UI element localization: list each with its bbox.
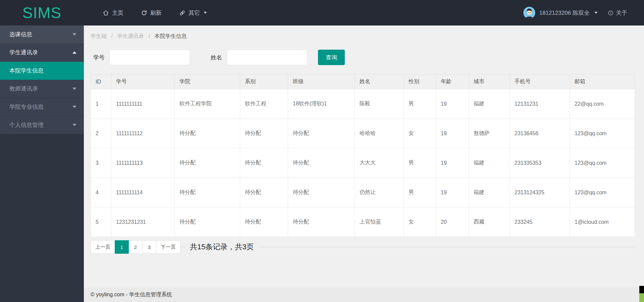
sidebar-item-teacher-contacts[interactable]: 教师通讯录 bbox=[0, 80, 84, 98]
page-button-3[interactable]: 3 bbox=[142, 240, 156, 254]
info-icon bbox=[608, 10, 613, 16]
breadcrumb-separator: / bbox=[149, 33, 150, 39]
table-row: 21111111112待分配待分配待分配哈哈哈女19敖德萨23136456123… bbox=[91, 119, 635, 148]
chevron-down-icon bbox=[204, 12, 207, 14]
table-cell: 仍然让 bbox=[355, 178, 404, 207]
table-cell: 敖德萨 bbox=[469, 119, 510, 148]
column-header: 城市 bbox=[469, 74, 510, 89]
query-button[interactable]: 查询 bbox=[318, 50, 345, 65]
sidebar-item-college-majors[interactable]: 学院专业信息 bbox=[0, 98, 84, 116]
table-cell: 陈毅 bbox=[355, 89, 404, 119]
breadcrumb-student-side[interactable]: 学生端 bbox=[91, 33, 107, 39]
navbar-menu: 主页 刷新 其它 bbox=[103, 9, 207, 17]
table-header-row: ID学号学院系别班级姓名性别年龄城市手机号邮箱 bbox=[91, 74, 635, 89]
page-button-1[interactable]: 1 bbox=[115, 240, 129, 254]
table-cell: 123@qq.com bbox=[570, 119, 635, 148]
table-cell: 待分配 bbox=[240, 119, 288, 148]
table-cell: 1231231231 bbox=[111, 207, 175, 237]
table-cell: 231335353 bbox=[510, 148, 570, 178]
table-cell: 233245 bbox=[510, 207, 570, 237]
chevron-down-icon bbox=[72, 106, 76, 108]
table-cell: 5 bbox=[91, 207, 111, 237]
page-button-上一页[interactable]: 上一页 bbox=[91, 240, 115, 254]
table-cell: 22@qq.com bbox=[570, 89, 635, 119]
page-button-下一页[interactable]: 下一页 bbox=[156, 240, 180, 254]
table-cell: 待分配 bbox=[175, 119, 240, 148]
navbar-right: 1812123206 陈双全 关于 bbox=[523, 7, 644, 19]
sidebar-item-college-students[interactable]: 本院学生信息 bbox=[0, 62, 84, 80]
table-body: 11111111111软件工程学院软件工程18软件(理软)1陈毅男19福建121… bbox=[91, 89, 635, 237]
user-menu[interactable]: 1812123206 陈双全 bbox=[523, 7, 598, 19]
sidebar-item-label: 选课信息 bbox=[9, 31, 32, 38]
table-cell: 1111111112 bbox=[111, 119, 175, 148]
sidebar-item-label: 学院专业信息 bbox=[9, 103, 44, 111]
table-cell: 福建 bbox=[469, 148, 510, 178]
column-header: 性别 bbox=[404, 74, 436, 89]
table-cell: 哈哈哈 bbox=[355, 119, 404, 148]
scrollbar-corner-black bbox=[639, 286, 644, 293]
table-cell: 待分配 bbox=[175, 178, 240, 207]
table-cell: 待分配 bbox=[288, 178, 355, 207]
column-header: ID bbox=[91, 74, 111, 89]
sidebar-item-label: 教师通讯录 bbox=[9, 85, 38, 93]
user-name: 1812123206 陈双全 bbox=[539, 9, 590, 17]
table-cell: 女 bbox=[404, 207, 436, 237]
table-cell: 1 bbox=[91, 89, 111, 119]
top-navbar: SIMS 主页 刷新 其它 bbox=[0, 0, 644, 26]
table-cell: 18软件(理软)1 bbox=[288, 89, 355, 119]
nav-item-about[interactable]: 关于 bbox=[608, 9, 627, 17]
table-cell: 男 bbox=[404, 178, 436, 207]
footer: © yoyling.com - 学生信息管理系统 bbox=[84, 288, 644, 302]
chevron-down-icon bbox=[594, 12, 598, 14]
table-cell: 123@qq.com bbox=[570, 148, 635, 178]
chevron-down-icon bbox=[72, 124, 76, 126]
scrollbar-thumb[interactable] bbox=[639, 293, 644, 302]
column-header: 邮箱 bbox=[570, 74, 635, 89]
table-cell: 待分配 bbox=[240, 207, 288, 237]
table-cell: 1111111114 bbox=[111, 178, 175, 207]
chevron-down-icon bbox=[72, 88, 76, 90]
nav-item-label: 刷新 bbox=[150, 9, 162, 17]
pagination-row: 上一页123下一页 共15条记录，共3页 bbox=[91, 240, 635, 254]
main-content: 学生端 / 学生通讯录 / 本院学生信息 学号 姓名 查询 ID学号学院系别班级… bbox=[84, 26, 644, 302]
table-cell: 1111111111 bbox=[111, 89, 175, 119]
sidebar-item-label: 学生通讯录 bbox=[9, 49, 38, 56]
table-cell: 19 bbox=[436, 148, 469, 178]
scrollbar-corner[interactable] bbox=[639, 286, 644, 302]
table-cell: 3 bbox=[91, 148, 111, 178]
page-button-2[interactable]: 2 bbox=[128, 240, 143, 254]
student-id-label: 学号 bbox=[93, 54, 105, 61]
table-cell: 123@qq.com bbox=[570, 178, 635, 207]
app-logo[interactable]: SIMS bbox=[0, 0, 84, 26]
column-header: 学号 bbox=[111, 74, 175, 89]
column-header: 班级 bbox=[288, 74, 355, 89]
table-cell: 待分配 bbox=[175, 207, 240, 237]
table-cell: 4 bbox=[91, 178, 111, 207]
table-cell: 1@icloud.com bbox=[570, 207, 635, 237]
nav-item-home[interactable]: 主页 bbox=[103, 9, 123, 17]
link-icon bbox=[179, 10, 185, 16]
table-cell: 福建 bbox=[469, 89, 510, 119]
home-icon bbox=[103, 10, 109, 16]
sidebar-item-personal-info[interactable]: 个人信息管理 bbox=[0, 116, 84, 134]
student-id-input[interactable] bbox=[109, 50, 190, 65]
breadcrumb-current: 本院学生信息 bbox=[155, 33, 187, 39]
footer-text: © yoyling.com - 学生信息管理系统 bbox=[91, 291, 172, 298]
avatar bbox=[523, 7, 535, 19]
breadcrumb-student-contacts[interactable]: 学生通讯录 bbox=[117, 33, 144, 39]
sidebar-item-course-selection[interactable]: 选课信息 bbox=[0, 26, 84, 44]
nav-item-label: 主页 bbox=[112, 9, 123, 17]
column-header: 学院 bbox=[175, 74, 240, 89]
table-row: 31111111113待分配待分配待分配大大大男19福建231335353123… bbox=[91, 148, 635, 178]
column-header: 年龄 bbox=[436, 74, 469, 89]
nav-item-other[interactable]: 其它 bbox=[179, 9, 207, 17]
table-cell: 19 bbox=[436, 89, 469, 119]
sidebar-item-label: 本院学生信息 bbox=[9, 67, 44, 74]
nav-item-label: 其它 bbox=[189, 9, 200, 17]
sidebar-item-student-contacts[interactable]: 学生通讯录 bbox=[0, 44, 84, 62]
nav-item-refresh[interactable]: 刷新 bbox=[141, 9, 162, 17]
chevron-up-icon bbox=[72, 51, 76, 54]
name-input[interactable] bbox=[227, 50, 307, 65]
name-label: 姓名 bbox=[211, 54, 222, 61]
table-cell: 男 bbox=[404, 148, 436, 178]
